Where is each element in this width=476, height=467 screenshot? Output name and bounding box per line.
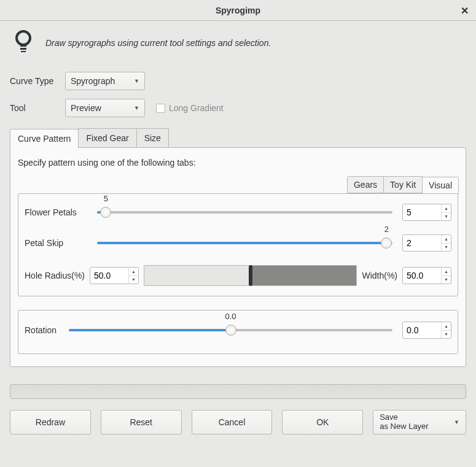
close-button[interactable]: ✕	[458, 4, 471, 17]
slider-thumb[interactable]	[225, 325, 236, 336]
curve-type-combo[interactable]: Spyrograph ▼	[65, 72, 145, 90]
window-title: Spyrogimp	[216, 6, 260, 15]
range-fill	[251, 266, 357, 285]
rotation-input[interactable]	[403, 322, 441, 338]
rotation-spinbox[interactable]: ▲ ▼	[402, 322, 451, 339]
ok-button[interactable]: OK	[282, 410, 363, 434]
chevron-down-icon: ▼	[454, 419, 459, 425]
flower-petals-label: Flower Petals	[25, 207, 97, 217]
tab-size[interactable]: Size	[136, 128, 169, 147]
save-button[interactable]: Save as New Layer ▼	[373, 410, 466, 434]
tab-fixed-gear[interactable]: Fixed Gear	[78, 128, 136, 147]
long-gradient-label: Long Gradient	[169, 103, 224, 113]
width-spinbox[interactable]: ▲ ▼	[402, 267, 451, 284]
chevron-down-icon: ▼	[134, 78, 139, 84]
curve-type-label: Curve Type	[10, 76, 65, 86]
inner-tab-gears[interactable]: Gears	[347, 176, 384, 193]
petal-skip-spinbox[interactable]: ▲ ▼	[402, 234, 451, 252]
svg-rect-3	[21, 51, 26, 52]
tool-label: Tool	[10, 103, 65, 113]
titlebar: Spyrogimp ✕	[0, 0, 476, 21]
svg-rect-2	[20, 48, 26, 50]
cancel-button[interactable]: Cancel	[192, 410, 273, 434]
notebook-tabs: Curve Pattern Fixed Gear Size	[10, 128, 466, 147]
slider-thumb[interactable]	[100, 207, 111, 218]
spin-up-icon[interactable]: ▲	[442, 268, 451, 276]
tab-curve-pattern[interactable]: Curve Pattern	[10, 129, 79, 148]
hint-text: Draw spyrographs using current tool sett…	[45, 38, 271, 48]
save-line1: Save	[380, 413, 428, 422]
tool-row: Tool Preview ▼ Long Gradient	[10, 99, 466, 117]
slider-thumb[interactable]	[381, 237, 392, 249]
petal-skip-row: Petal Skip 2 ▲ ▼	[25, 234, 451, 252]
slider-mark: 5	[104, 194, 108, 203]
petal-skip-slider[interactable]: 2	[97, 236, 392, 250]
petal-skip-input[interactable]	[403, 235, 441, 251]
curve-type-value: Spyrograph	[71, 76, 115, 86]
notebook: Curve Pattern Fixed Gear Size Specify pa…	[10, 128, 466, 367]
range-handle[interactable]	[249, 265, 252, 286]
petal-skip-label: Petal Skip	[25, 238, 97, 248]
flower-petals-slider[interactable]: 5	[97, 205, 392, 220]
flower-petals-spinbox[interactable]: ▲ ▼	[402, 204, 451, 221]
redraw-button[interactable]: Redraw	[10, 410, 91, 434]
flower-petals-row: Flower Petals 5 ▲ ▼	[25, 204, 451, 221]
width-label: Width(%)	[362, 271, 397, 280]
rotation-slider[interactable]: 0.0	[69, 323, 392, 338]
reset-button[interactable]: Reset	[101, 410, 182, 434]
pattern-instruction: Specify pattern using one of the followi…	[18, 158, 458, 168]
inner-tabs: Gears Toy Kit Visual	[18, 176, 458, 193]
spin-down-icon[interactable]: ▼	[442, 330, 451, 339]
svg-point-0	[17, 31, 30, 45]
hole-width-row: Hole Radius(%) ▲ ▼ Width(%)	[25, 265, 451, 286]
spin-down-icon[interactable]: ▼	[442, 243, 451, 252]
rotation-label: Rotation	[25, 325, 69, 335]
slider-mark: 2	[384, 225, 389, 234]
progress-bar	[10, 384, 466, 399]
tool-combo[interactable]: Preview ▼	[65, 99, 145, 117]
flower-petals-input[interactable]	[403, 204, 441, 220]
button-row: Redraw Reset Cancel OK Save as New Layer…	[10, 410, 466, 434]
notebook-page: Specify pattern using one of the followi…	[10, 147, 466, 367]
spin-down-icon[interactable]: ▼	[129, 276, 138, 284]
width-input[interactable]	[403, 268, 441, 284]
spin-up-icon[interactable]: ▲	[442, 204, 451, 212]
chevron-down-icon: ▼	[134, 105, 139, 111]
svg-rect-1	[20, 44, 26, 47]
hole-radius-label: Hole Radius(%)	[25, 271, 85, 280]
hole-width-range[interactable]	[144, 265, 357, 286]
long-gradient-wrap[interactable]: Long Gradient	[156, 103, 224, 113]
hole-radius-spinbox[interactable]: ▲ ▼	[90, 267, 139, 284]
save-line2: as New Layer	[380, 422, 428, 431]
hole-radius-input[interactable]	[90, 268, 128, 284]
slider-mark: 0.0	[225, 312, 236, 321]
long-gradient-checkbox[interactable]	[156, 104, 165, 113]
spin-up-icon[interactable]: ▲	[442, 235, 451, 243]
close-icon: ✕	[461, 5, 469, 17]
inner-tab-visual[interactable]: Visual	[422, 177, 459, 194]
dialog-body: Draw spyrographs using current tool sett…	[0, 21, 476, 444]
spin-up-icon[interactable]: ▲	[442, 322, 451, 330]
tool-value: Preview	[71, 103, 101, 113]
curve-type-row: Curve Type Spyrograph ▼	[10, 72, 466, 90]
spin-up-icon[interactable]: ▲	[129, 268, 138, 276]
rotation-row: Rotation 0.0 ▲ ▼	[25, 322, 451, 339]
lightbulb-icon	[14, 29, 33, 56]
inner-page-visual: Flower Petals 5 ▲ ▼	[18, 193, 458, 296]
hint-row: Draw spyrographs using current tool sett…	[10, 28, 466, 56]
rotation-section: Rotation 0.0 ▲ ▼	[18, 310, 458, 354]
inner-tab-toy-kit[interactable]: Toy Kit	[383, 176, 423, 193]
spin-down-icon[interactable]: ▼	[442, 276, 451, 284]
spin-down-icon[interactable]: ▼	[442, 212, 451, 221]
